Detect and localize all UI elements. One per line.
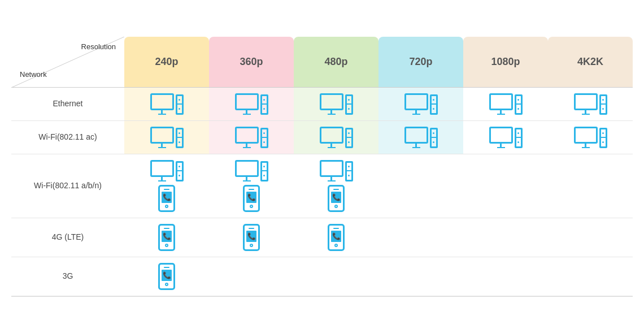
desktop-icon bbox=[574, 127, 607, 148]
cell-4glte-480p: 📞 bbox=[294, 218, 378, 257]
cell-wifiac-480p bbox=[294, 121, 378, 154]
row-label-ethernet: Ethernet bbox=[11, 88, 124, 121]
desktop-icon bbox=[320, 127, 353, 148]
row-label-wifi-abn: Wi-Fi (802.11 a/b/n) bbox=[11, 154, 124, 218]
desktop-icon bbox=[150, 127, 184, 148]
cell-wifiabn-360p: 📞 bbox=[209, 154, 294, 218]
col-header-4k2k: 4K2K bbox=[548, 37, 633, 88]
col-header-720p: 720p bbox=[378, 37, 463, 88]
cell-wifiac-4k2k bbox=[548, 121, 633, 154]
cell-ethernet-720p bbox=[378, 88, 463, 121]
cell-ethernet-360p bbox=[209, 88, 294, 121]
cell-wifiabn-480p: 📞 bbox=[294, 154, 378, 218]
cell-4glte-720p bbox=[378, 218, 463, 257]
cell-ethernet-240p bbox=[124, 88, 209, 121]
chart-container: Resolution Network 240p 360p 480p 720p 1… bbox=[11, 37, 633, 297]
desktop-icon bbox=[235, 160, 268, 181]
cell-wifiac-240p bbox=[124, 121, 209, 154]
col-header-1080p: 1080p bbox=[463, 37, 548, 88]
phone-icon: 📞 bbox=[158, 185, 175, 212]
cell-3g-480p bbox=[294, 257, 378, 296]
desktop-icon bbox=[404, 93, 438, 115]
cell-3g-1080p bbox=[463, 257, 548, 296]
col-header-360p: 360p bbox=[209, 37, 294, 88]
desktop-icon bbox=[489, 127, 523, 148]
cell-4glte-240p: 📞 bbox=[124, 218, 209, 257]
resolution-label: Resolution bbox=[81, 42, 116, 51]
desktop-icon bbox=[320, 160, 353, 181]
phone-icon: 📞 bbox=[328, 224, 345, 251]
cell-wifiabn-720p bbox=[378, 154, 463, 218]
cell-3g-360p bbox=[209, 257, 294, 296]
phone-icon: 📞 bbox=[158, 224, 175, 251]
cell-wifiac-1080p bbox=[463, 121, 548, 154]
cell-3g-240p: 📞 bbox=[124, 257, 209, 296]
desktop-icon bbox=[235, 127, 268, 148]
desktop-icon bbox=[574, 93, 607, 115]
col-header-240p: 240p bbox=[124, 37, 209, 88]
cell-3g-4k2k bbox=[548, 257, 633, 296]
network-label: Network bbox=[20, 70, 47, 79]
row-label-4glte: 4G (LTE) bbox=[11, 218, 124, 257]
cell-4glte-360p: 📞 bbox=[209, 218, 294, 257]
desktop-icon bbox=[320, 93, 353, 115]
desktop-icon bbox=[150, 160, 184, 181]
row-label-wifi-ac: Wi-Fi (802.11 ac) bbox=[11, 121, 124, 154]
corner-cell: Resolution Network bbox=[11, 37, 124, 88]
row-label-3g: 3G bbox=[11, 257, 124, 296]
cell-ethernet-1080p bbox=[463, 88, 548, 121]
cell-4glte-4k2k bbox=[548, 218, 633, 257]
cell-ethernet-480p bbox=[294, 88, 378, 121]
desktop-icon bbox=[489, 93, 523, 115]
desktop-icon bbox=[235, 93, 268, 115]
grid: Resolution Network 240p 360p 480p 720p 1… bbox=[11, 37, 633, 297]
phone-icon: 📞 bbox=[158, 263, 175, 290]
cell-3g-720p bbox=[378, 257, 463, 296]
col-header-480p: 480p bbox=[294, 37, 378, 88]
cell-ethernet-4k2k bbox=[548, 88, 633, 121]
cell-wifiac-720p bbox=[378, 121, 463, 154]
cell-wifiabn-1080p bbox=[463, 154, 548, 218]
phone-icon: 📞 bbox=[243, 224, 260, 251]
cell-wifiabn-240p: 📞 bbox=[124, 154, 209, 218]
phone-icon: 📞 bbox=[328, 185, 345, 212]
desktop-icon bbox=[404, 127, 438, 148]
desktop-icon bbox=[150, 93, 184, 115]
cell-wifiac-360p bbox=[209, 121, 294, 154]
cell-wifiabn-4k2k bbox=[548, 154, 633, 218]
cell-4glte-1080p bbox=[463, 218, 548, 257]
phone-icon: 📞 bbox=[243, 185, 260, 212]
